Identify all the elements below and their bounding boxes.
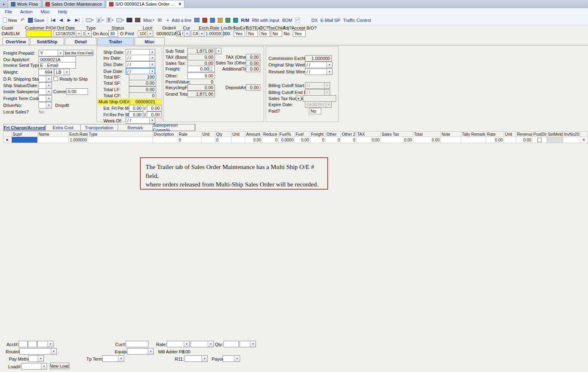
delete-line-icon[interactable] <box>202 18 207 23</box>
grid-cell-12[interactable]: 0.00 <box>295 137 310 143</box>
grid-cell-21[interactable]: 0.00 <box>486 137 504 143</box>
ship-status-date-select[interactable]: ▾ <box>39 82 52 89</box>
tab-overview[interactable]: OverView <box>2 37 29 45</box>
dropdown-arrow-icon[interactable]: ▾ <box>41 363 47 369</box>
grid-cell-10[interactable]: 0 <box>262 137 279 143</box>
dropdown-arrow-icon[interactable]: ▾ <box>46 83 52 88</box>
close-tab-icon[interactable]: × <box>178 1 181 7</box>
undo-icon[interactable]: ↶ <box>20 17 25 24</box>
inside-salesperson-select[interactable]: ▾ <box>39 88 52 95</box>
sales-tax-number-field[interactable] <box>303 95 336 102</box>
grid-col-description-4[interactable]: Description <box>153 131 178 137</box>
loc-select[interactable]: 100▾ <box>138 30 153 37</box>
original-ship-week-field[interactable]: / /▾ <box>305 62 333 68</box>
grid-col-unit-22[interactable]: Unit <box>504 131 516 137</box>
numbers-icon[interactable]: ¹⁴⁰ <box>295 17 300 23</box>
print-button[interactable]: ▾ <box>86 18 94 22</box>
disc-date-field[interactable]: / /▾ <box>126 61 155 68</box>
dropdown-arrow-icon[interactable]: ▾ <box>102 19 104 22</box>
dropdown-arrow-icon[interactable]: ▾ <box>324 83 330 88</box>
grid-col-type-3[interactable]: Type <box>88 131 153 137</box>
nav-last-icon[interactable]: ▶| <box>75 17 80 24</box>
driver-no-select[interactable]: ▾ <box>39 102 52 109</box>
grid-cell-16[interactable]: 0.00 <box>356 137 381 143</box>
subtab-frt-charge-accrued[interactable]: Frt Charge/Accrued <box>4 124 46 130</box>
grid-cell-8[interactable] <box>232 137 245 143</box>
route-select[interactable]: ▾ <box>19 348 57 355</box>
grid-col-freight-13[interactable]: Freight <box>310 131 326 137</box>
dropdown-arrow-icon[interactable]: ▾ <box>147 31 153 36</box>
rate-select-2[interactable]: ▾ <box>191 341 214 347</box>
dropdown-arrow-icon[interactable]: ▾ <box>46 96 52 101</box>
folder-icon[interactable] <box>218 18 223 23</box>
weight-unit-select[interactable]: LB▾ <box>54 69 70 75</box>
grid-col-amount-9[interactable]: Amount <box>245 131 262 137</box>
add-a-line-button[interactable]: + Add a line <box>165 17 191 24</box>
grid-col-reduce-10[interactable]: Reduce <box>262 131 279 137</box>
subtab-salesperson-comm[interactable]: Salesperson Comm% <box>153 124 195 130</box>
est-frt-field-2[interactable]: 0.00 <box>147 105 161 111</box>
grid-cell-22[interactable] <box>504 137 516 143</box>
ready-to-ship-checkbox[interactable] <box>54 77 58 81</box>
taxex-field[interactable]: Yes <box>234 30 245 37</box>
row-selector[interactable]: ▶ <box>3 137 12 143</box>
acct-field-2[interactable] <box>28 341 37 347</box>
grid-icon[interactable] <box>194 18 200 22</box>
dropdown-arrow-icon[interactable]: ▾ <box>38 356 43 361</box>
grid-cell-13[interactable]: 0 <box>310 137 326 143</box>
menu-help[interactable]: Help <box>58 9 67 14</box>
traffic-control-button[interactable]: Traffic Control <box>343 18 371 23</box>
est-frt-field-1[interactable]: 0.00 <box>129 105 143 111</box>
print-bill-button[interactable]: B▾ <box>106 17 114 23</box>
grid-cell-3[interactable] <box>88 137 153 143</box>
invoice-send-type-field[interactable]: E - Email <box>39 62 76 68</box>
subtab-transportation[interactable]: Transportation <box>81 124 118 130</box>
load-select[interactable]: ▾ <box>21 363 47 370</box>
grid-col-other-14[interactable]: Other <box>326 131 341 137</box>
dropdown-arrow-icon[interactable]: ▾ <box>153 19 155 22</box>
dropdown-arrow-icon[interactable]: ▾ <box>64 69 69 75</box>
refresh-icon[interactable] <box>225 18 230 23</box>
misc-menu-button[interactable]: Misc▾ <box>143 18 154 23</box>
currency-code-select[interactable]: CAD▾ <box>191 30 205 37</box>
paid-field[interactable]: No <box>309 108 321 114</box>
grid-cell-11[interactable]: 0.0000 <box>279 137 295 143</box>
sub-total-dropdown-button[interactable]: ▾ <box>216 48 221 54</box>
dropdown-arrow-icon[interactable]: ▾ <box>112 19 114 22</box>
cur-number-field[interactable] <box>126 341 148 347</box>
grid-col-note-19[interactable]: Note <box>441 131 461 137</box>
cc-field[interactable]: No <box>260 30 270 37</box>
tp-term-select[interactable]: ▾ <box>102 355 124 362</box>
bom-button[interactable]: BOM <box>282 18 292 23</box>
window-tab-s-o-0009021a-sales-order[interactable]: S/O 0009021A Sales Order ...× <box>106 0 185 8</box>
r11-select[interactable]: ▾ <box>185 355 208 362</box>
print-alt-button[interactable]: ▾ <box>116 18 124 22</box>
save-button[interactable]: Save <box>28 18 44 23</box>
equip-select[interactable]: ▾ <box>127 348 154 355</box>
postdire-checkbox[interactable] <box>537 138 542 142</box>
grid-col-sup-0[interactable]: Sup# <box>12 131 38 137</box>
subtab-extra-cost[interactable]: Extra Cost <box>46 124 81 130</box>
dropdown-arrow-icon[interactable]: ▾ <box>202 356 207 361</box>
grid-cell-6[interactable] <box>202 137 215 143</box>
grid-col-other-2-15[interactable]: Other 2 <box>341 131 356 137</box>
new-load-button[interactable]: New Load <box>50 363 69 369</box>
week-of-field[interactable]: / /▾ <box>126 117 155 124</box>
dropdown-arrow-icon[interactable]: ▾ <box>199 31 204 36</box>
grid-cell-9[interactable]: 0.00 <box>245 137 262 143</box>
grid-cell-19[interactable] <box>441 137 461 143</box>
tab-overflow-icon[interactable]: ▸ <box>1 2 7 6</box>
dropdown-arrow-icon[interactable]: ▾ <box>326 69 332 75</box>
customer-po-field[interactable] <box>26 30 52 37</box>
dropdown-arrow-icon[interactable]: ▾ <box>149 62 155 67</box>
freight-term-code-select[interactable]: ▾ <box>39 95 52 102</box>
grid-cell-1[interactable] <box>38 137 69 143</box>
grid-col-postdire-24[interactable]: PostDire <box>532 131 547 137</box>
dropdown-arrow-icon[interactable]: ▾ <box>208 341 213 347</box>
grid-cell-5[interactable]: 0 <box>178 137 202 143</box>
taxchk-field[interactable]: No <box>271 30 282 37</box>
dropdown-arrow-icon[interactable]: ▾ <box>76 31 82 36</box>
spinner-icon[interactable]: ▴▾ <box>209 66 213 72</box>
weight-field[interactable]: 694 <box>39 69 54 75</box>
subtab-remark[interactable]: Remark <box>118 124 153 130</box>
